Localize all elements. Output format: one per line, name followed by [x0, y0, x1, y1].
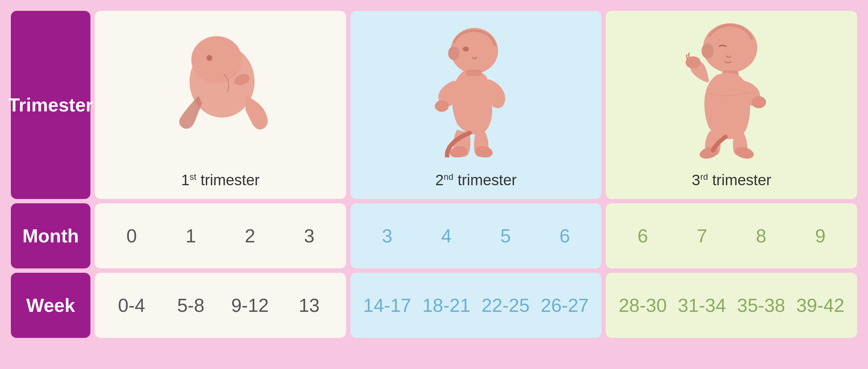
week-13: 13	[280, 294, 339, 316]
month-9: 9	[791, 225, 850, 247]
week-14-17: 14-17	[358, 294, 417, 316]
week-18-21: 18-21	[417, 294, 476, 316]
month-6b: 6	[613, 225, 672, 247]
svg-point-12	[701, 43, 713, 59]
trimester-row: Trimester	[11, 11, 857, 199]
week-0-4: 0-4	[102, 294, 161, 316]
second-trimester-number: 2	[435, 171, 443, 188]
svg-rect-7	[466, 70, 482, 76]
first-fetus-icon	[162, 24, 278, 154]
third-fetus-container	[606, 18, 857, 159]
week-39-42: 39-42	[791, 294, 850, 316]
week-28-30: 28-30	[613, 294, 672, 316]
first-trimester-sup: st	[190, 172, 196, 182]
month-third-section: 6 7 8 9	[606, 203, 857, 268]
week-first-section: 0-4 5-8 9-12 13	[95, 273, 346, 338]
month-3b: 3	[358, 225, 417, 247]
month-header: Month	[22, 225, 79, 247]
main-container: Trimester	[11, 11, 857, 358]
second-fetus-icon	[425, 20, 527, 157]
month-6a: 6	[535, 225, 595, 247]
first-trimester-number: 1	[181, 171, 190, 188]
month-5: 5	[476, 225, 535, 247]
third-trimester-section: 3rd trimester	[606, 11, 857, 199]
second-fetus-container	[350, 18, 602, 159]
month-0: 0	[102, 225, 161, 247]
first-fetus-container	[95, 18, 346, 159]
week-9-12: 9-12	[220, 294, 280, 316]
trimester-header: Trimester	[8, 94, 93, 116]
third-trimester-number: 3	[692, 171, 700, 188]
week-5-8: 5-8	[161, 294, 221, 316]
month-4: 4	[417, 225, 476, 247]
month-row: Month 0 1 2 3 3 4 5 6 6 7 8 9	[11, 203, 857, 268]
first-trimester-label: 1st trimester	[181, 171, 260, 189]
svg-point-1	[191, 36, 242, 83]
second-trimester-section: 2nd trimester	[350, 11, 602, 199]
week-third-section: 28-30 31-34 35-38 39-42	[606, 273, 857, 338]
month-2: 2	[220, 225, 280, 247]
second-trimester-sup: nd	[444, 172, 454, 182]
month-label-cell: Month	[11, 203, 90, 268]
week-header: Week	[26, 294, 75, 316]
third-fetus-icon	[677, 16, 786, 161]
month-7: 7	[672, 225, 732, 247]
week-second-section: 14-17 18-21 22-25 26-27	[350, 273, 602, 338]
second-trimester-label: 2nd trimester	[435, 171, 516, 189]
week-31-34: 31-34	[672, 294, 732, 316]
third-trimester-sup: rd	[700, 172, 708, 182]
svg-point-5	[448, 46, 460, 60]
week-22-25: 22-25	[476, 294, 535, 316]
third-trimester-label: 3rd trimester	[692, 171, 771, 189]
week-label-cell: Week	[11, 273, 90, 338]
svg-point-8	[435, 100, 449, 112]
month-1: 1	[161, 225, 221, 247]
svg-point-2	[207, 55, 212, 61]
trimester-label-cell: Trimester	[11, 11, 90, 199]
week-26-27: 26-27	[535, 294, 595, 316]
week-row: Week 0-4 5-8 9-12 13 14-17 18-21 22-25 2…	[11, 273, 857, 338]
svg-point-15	[752, 96, 766, 108]
svg-point-6	[463, 47, 469, 52]
first-trimester-section: 1st trimester	[95, 11, 346, 199]
month-8: 8	[732, 225, 791, 247]
month-second-section: 3 4 5 6	[350, 203, 602, 268]
month-first-section: 0 1 2 3	[95, 203, 346, 268]
month-3a: 3	[280, 225, 339, 247]
week-35-38: 35-38	[732, 294, 791, 316]
